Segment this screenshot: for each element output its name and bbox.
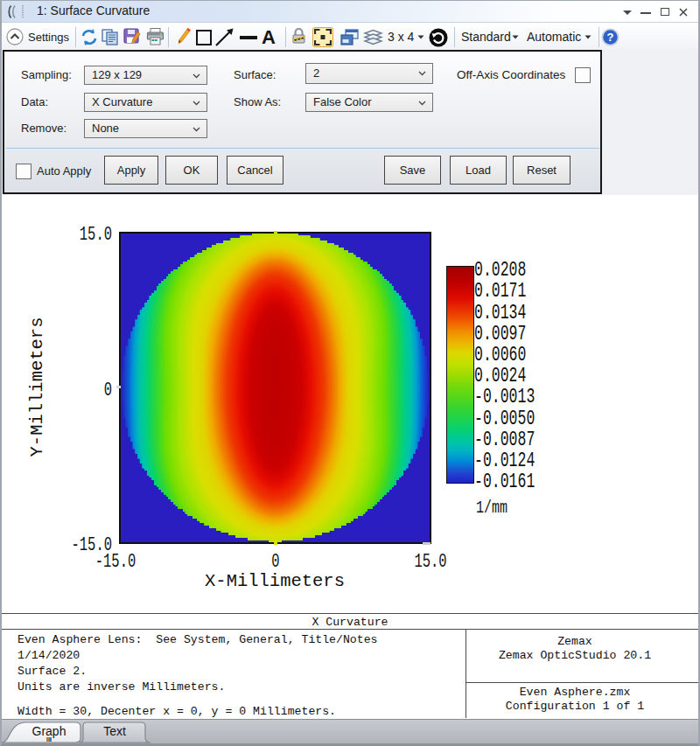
svg-text:?: ? <box>607 31 614 44</box>
